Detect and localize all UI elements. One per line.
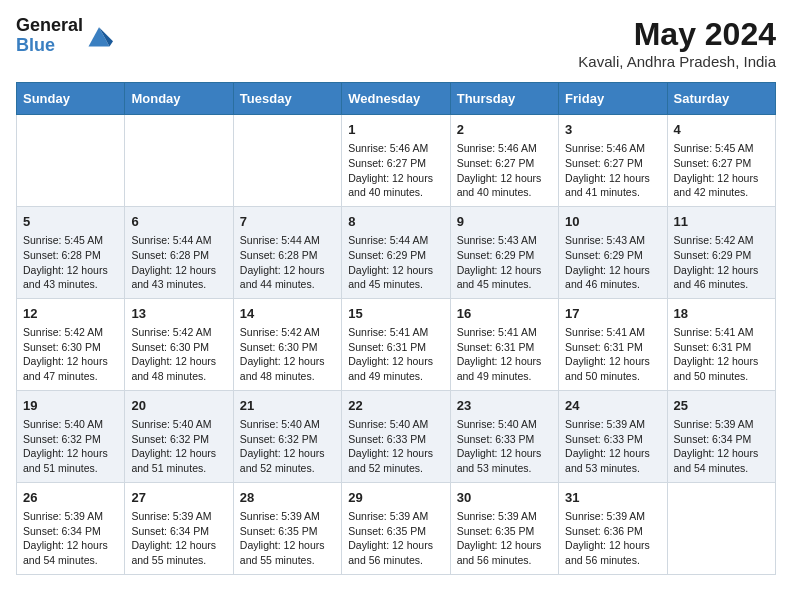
day-number: 10 [565, 213, 660, 231]
day-info-line: Sunset: 6:27 PM [348, 156, 443, 171]
day-info-line: Daylight: 12 hours [457, 446, 552, 461]
day-info-line: Sunset: 6:29 PM [348, 248, 443, 263]
day-info-line: Sunrise: 5:41 AM [348, 325, 443, 340]
calendar-cell: 28Sunrise: 5:39 AMSunset: 6:35 PMDayligh… [233, 482, 341, 574]
calendar-cell: 20Sunrise: 5:40 AMSunset: 6:32 PMDayligh… [125, 390, 233, 482]
day-info-line: Sunset: 6:34 PM [23, 524, 118, 539]
day-info-line: Sunrise: 5:42 AM [240, 325, 335, 340]
day-info-line: Sunset: 6:29 PM [674, 248, 769, 263]
day-info-line: Sunset: 6:35 PM [240, 524, 335, 539]
page-header: General Blue May 2024 Kavali, Andhra Pra… [16, 16, 776, 70]
calendar-cell [17, 115, 125, 207]
day-info-line: Daylight: 12 hours [23, 446, 118, 461]
day-info-line: Sunset: 6:27 PM [565, 156, 660, 171]
calendar-table: SundayMondayTuesdayWednesdayThursdayFrid… [16, 82, 776, 575]
day-info-line: Sunset: 6:29 PM [457, 248, 552, 263]
day-info-line: Sunset: 6:28 PM [23, 248, 118, 263]
day-info-line: and 54 minutes. [23, 553, 118, 568]
day-info-line: Daylight: 12 hours [348, 446, 443, 461]
header-friday: Friday [559, 83, 667, 115]
calendar-cell: 4Sunrise: 5:45 AMSunset: 6:27 PMDaylight… [667, 115, 775, 207]
calendar-cell: 1Sunrise: 5:46 AMSunset: 6:27 PMDaylight… [342, 115, 450, 207]
day-info-line: Daylight: 12 hours [457, 171, 552, 186]
day-info-line: Daylight: 12 hours [565, 354, 660, 369]
day-info-line: Sunset: 6:35 PM [348, 524, 443, 539]
day-info-line: Sunset: 6:33 PM [348, 432, 443, 447]
calendar-cell: 29Sunrise: 5:39 AMSunset: 6:35 PMDayligh… [342, 482, 450, 574]
day-info-line: Sunrise: 5:39 AM [23, 509, 118, 524]
day-info-line: and 52 minutes. [348, 461, 443, 476]
header-sunday: Sunday [17, 83, 125, 115]
day-info-line: Sunrise: 5:43 AM [565, 233, 660, 248]
day-number: 1 [348, 121, 443, 139]
day-info-line: and 45 minutes. [348, 277, 443, 292]
day-number: 9 [457, 213, 552, 231]
day-info-line: Sunset: 6:29 PM [565, 248, 660, 263]
calendar-cell: 12Sunrise: 5:42 AMSunset: 6:30 PMDayligh… [17, 298, 125, 390]
day-info-line: and 48 minutes. [240, 369, 335, 384]
day-info-line: Sunrise: 5:46 AM [348, 141, 443, 156]
calendar-cell: 19Sunrise: 5:40 AMSunset: 6:32 PMDayligh… [17, 390, 125, 482]
day-info-line: Sunrise: 5:43 AM [457, 233, 552, 248]
day-info-line: Daylight: 12 hours [457, 263, 552, 278]
day-info-line: Sunset: 6:32 PM [240, 432, 335, 447]
day-info-line: Daylight: 12 hours [240, 354, 335, 369]
logo-line1: General [16, 15, 83, 35]
day-info-line: Daylight: 12 hours [240, 538, 335, 553]
day-number: 5 [23, 213, 118, 231]
day-info-line: Daylight: 12 hours [565, 263, 660, 278]
day-info-line: and 46 minutes. [674, 277, 769, 292]
day-info-line: Daylight: 12 hours [131, 446, 226, 461]
day-number: 4 [674, 121, 769, 139]
day-info-line: Sunset: 6:32 PM [131, 432, 226, 447]
day-info-line: Daylight: 12 hours [131, 263, 226, 278]
day-info-line: Sunset: 6:35 PM [457, 524, 552, 539]
day-info-line: Sunrise: 5:41 AM [457, 325, 552, 340]
calendar-cell: 30Sunrise: 5:39 AMSunset: 6:35 PMDayligh… [450, 482, 558, 574]
day-info-line: and 47 minutes. [23, 369, 118, 384]
day-info-line: and 52 minutes. [240, 461, 335, 476]
day-info-line: and 44 minutes. [240, 277, 335, 292]
day-info-line: Sunset: 6:36 PM [565, 524, 660, 539]
calendar-cell: 21Sunrise: 5:40 AMSunset: 6:32 PMDayligh… [233, 390, 341, 482]
day-info-line: Daylight: 12 hours [565, 171, 660, 186]
day-number: 24 [565, 397, 660, 415]
day-info-line: and 51 minutes. [131, 461, 226, 476]
calendar-cell: 8Sunrise: 5:44 AMSunset: 6:29 PMDaylight… [342, 206, 450, 298]
day-info-line: Sunrise: 5:40 AM [23, 417, 118, 432]
day-info-line: Sunset: 6:33 PM [457, 432, 552, 447]
day-info-line: Daylight: 12 hours [131, 354, 226, 369]
day-info-line: and 49 minutes. [457, 369, 552, 384]
day-info-line: Sunrise: 5:41 AM [674, 325, 769, 340]
day-number: 18 [674, 305, 769, 323]
day-info-line: Sunrise: 5:39 AM [131, 509, 226, 524]
day-info-line: Sunrise: 5:40 AM [131, 417, 226, 432]
week-row-2: 5Sunrise: 5:45 AMSunset: 6:28 PMDaylight… [17, 206, 776, 298]
day-number: 14 [240, 305, 335, 323]
day-number: 8 [348, 213, 443, 231]
calendar-cell: 10Sunrise: 5:43 AMSunset: 6:29 PMDayligh… [559, 206, 667, 298]
calendar-cell: 2Sunrise: 5:46 AMSunset: 6:27 PMDaylight… [450, 115, 558, 207]
day-info-line: Daylight: 12 hours [348, 171, 443, 186]
day-number: 11 [674, 213, 769, 231]
header-thursday: Thursday [450, 83, 558, 115]
day-info-line: Sunset: 6:27 PM [457, 156, 552, 171]
calendar-cell: 3Sunrise: 5:46 AMSunset: 6:27 PMDaylight… [559, 115, 667, 207]
day-number: 20 [131, 397, 226, 415]
calendar-cell: 27Sunrise: 5:39 AMSunset: 6:34 PMDayligh… [125, 482, 233, 574]
day-number: 16 [457, 305, 552, 323]
day-info-line: Sunset: 6:27 PM [674, 156, 769, 171]
day-info-line: Sunrise: 5:45 AM [23, 233, 118, 248]
calendar-cell [125, 115, 233, 207]
day-info-line: Sunset: 6:28 PM [240, 248, 335, 263]
day-info-line: Sunset: 6:31 PM [674, 340, 769, 355]
day-info-line: and 42 minutes. [674, 185, 769, 200]
day-info-line: Daylight: 12 hours [240, 263, 335, 278]
day-info-line: and 55 minutes. [131, 553, 226, 568]
calendar-cell: 31Sunrise: 5:39 AMSunset: 6:36 PMDayligh… [559, 482, 667, 574]
day-number: 17 [565, 305, 660, 323]
day-info-line: and 40 minutes. [348, 185, 443, 200]
day-info-line: and 53 minutes. [565, 461, 660, 476]
day-info-line: Daylight: 12 hours [674, 446, 769, 461]
day-info-line: Sunset: 6:32 PM [23, 432, 118, 447]
